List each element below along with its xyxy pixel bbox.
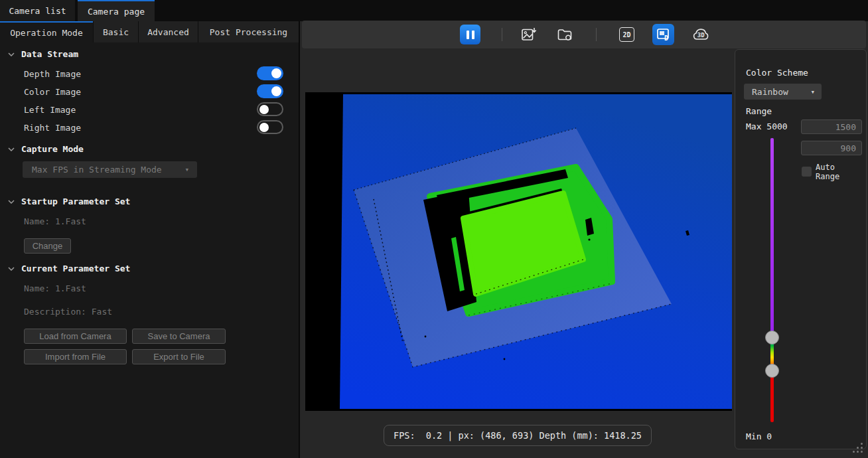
range-label: Range	[746, 106, 772, 116]
section-capture-mode[interactable]: Capture Mode	[8, 144, 84, 154]
tab-camera-list[interactable]: Camera list	[0, 0, 75, 21]
tab-advanced[interactable]: Advanced	[138, 21, 198, 42]
status-readout: FPS: 0.2 | px: (486, 693) Depth (mm): 14…	[384, 425, 652, 446]
grip-dot	[861, 451, 863, 453]
auto-range-checkbox[interactable]	[802, 167, 812, 177]
capture-mode-select[interactable]: Max FPS in Streaming Mode ▾	[23, 161, 197, 178]
camera-viewer-app: Camera list Camera page Operation Mode B…	[0, 0, 868, 458]
pause-button[interactable]	[460, 25, 480, 44]
depth-range-slider-track[interactable]	[770, 138, 774, 422]
svg-text:3D: 3D	[697, 32, 705, 38]
chevron-down-icon: ▾	[810, 88, 815, 96]
chevron-down-icon	[8, 52, 15, 56]
toggle-knob	[271, 86, 281, 96]
tab-camera-page[interactable]: Camera page	[78, 0, 155, 21]
slider-handle-lower[interactable]	[765, 364, 779, 378]
stream-label-color: Color Image	[24, 87, 81, 97]
settings-tab-bar: Operation Mode Basic Advanced Post Proce…	[0, 21, 299, 42]
grip-dot	[857, 447, 859, 449]
toggle-knob	[271, 68, 281, 78]
toggle-knob	[259, 105, 269, 114]
depth-image	[305, 92, 732, 411]
startup-set-name: Name: 1.Fast	[24, 216, 86, 226]
render-settings-panel: Color Scheme Rainbow ▾ Range Max 5000 Au…	[735, 49, 867, 449]
slider-handle-upper[interactable]	[765, 331, 779, 344]
toggle-depth-image[interactable]	[257, 66, 283, 80]
section-title: Current Parameter Set	[21, 264, 130, 273]
grip-dot	[861, 447, 863, 449]
chevron-down-icon	[8, 267, 15, 271]
stream-label-left: Left Image	[24, 105, 76, 115]
settings-sidebar: Operation Mode Basic Advanced Post Proce…	[0, 21, 300, 458]
color-scheme-value: Rainbow	[752, 87, 788, 97]
slider-out-of-range-low	[770, 370, 774, 422]
toggle-knob	[259, 123, 269, 132]
stream-label-right: Right Image	[24, 123, 81, 133]
pause-icon	[467, 31, 469, 39]
toolbar-divider	[596, 28, 597, 41]
toggle-color-image[interactable]	[257, 84, 283, 98]
slider-out-of-range-high	[770, 138, 774, 331]
range-max-label: Max 5000	[746, 121, 788, 131]
depth-image-view[interactable]	[305, 92, 732, 411]
toolbar-divider	[502, 28, 502, 41]
range-min-label: Min 0	[746, 431, 772, 441]
section-startup-parameter-set[interactable]: Startup Parameter Set	[8, 196, 130, 206]
toggle-left-image[interactable]	[257, 102, 283, 116]
range-lower-input[interactable]	[801, 141, 862, 155]
section-current-parameter-set[interactable]: Current Parameter Set	[8, 264, 130, 273]
tab-basic[interactable]: Basic	[93, 21, 138, 42]
resize-grip[interactable]	[851, 440, 865, 453]
stream-label-depth: Depth Image	[24, 69, 81, 79]
section-title: Data Stream	[21, 49, 78, 59]
capture-mode-value: Max FPS in Streaming Mode	[32, 165, 162, 175]
current-set-description: Description: Fast	[24, 307, 112, 317]
tab-operation-mode[interactable]: Operation Mode	[0, 21, 93, 42]
svg-text:D: D	[664, 35, 668, 42]
pause-icon	[472, 31, 474, 39]
grip-dot	[861, 443, 863, 445]
current-set-name: Name: 1.Fast	[24, 283, 86, 293]
view-2d-button[interactable]: 2D	[619, 27, 634, 42]
chevron-down-icon	[8, 200, 15, 204]
auto-range-label: Range	[816, 172, 839, 181]
2d-depth-icon: D	[656, 27, 671, 42]
save-image-icon[interactable]	[521, 27, 537, 42]
export-to-file-button[interactable]: Export to File	[132, 349, 226, 364]
range-upper-input[interactable]	[801, 119, 862, 134]
import-from-file-button[interactable]: Import from File	[24, 349, 127, 364]
load-from-camera-button[interactable]: Load from Camera	[24, 329, 127, 344]
title-tab-bar: Camera list Camera page	[0, 0, 868, 21]
change-button[interactable]: Change	[24, 238, 71, 254]
section-title: Startup Parameter Set	[21, 196, 130, 206]
viewer-toolbar: 2D D 3D	[302, 21, 866, 48]
section-title: Capture Mode	[21, 144, 84, 154]
color-scheme-select[interactable]: Rainbow ▾	[744, 84, 822, 100]
auto-range-label: Auto	[816, 163, 835, 172]
toggle-right-image[interactable]	[257, 120, 283, 134]
view-3d-pointcloud-button[interactable]: 3D	[692, 27, 710, 42]
open-folder-icon[interactable]	[557, 27, 573, 42]
grip-dot	[853, 451, 855, 453]
save-to-camera-button[interactable]: Save to Camera	[132, 329, 226, 344]
tab-post-processing[interactable]: Post Processing	[198, 21, 299, 42]
chevron-down-icon: ▾	[184, 165, 189, 174]
color-scheme-label: Color Scheme	[746, 68, 808, 78]
grip-dot	[857, 451, 859, 453]
chevron-down-icon	[8, 147, 15, 151]
view-2d-depth-button[interactable]: D	[652, 24, 674, 45]
section-data-stream[interactable]: Data Stream	[8, 49, 78, 59]
